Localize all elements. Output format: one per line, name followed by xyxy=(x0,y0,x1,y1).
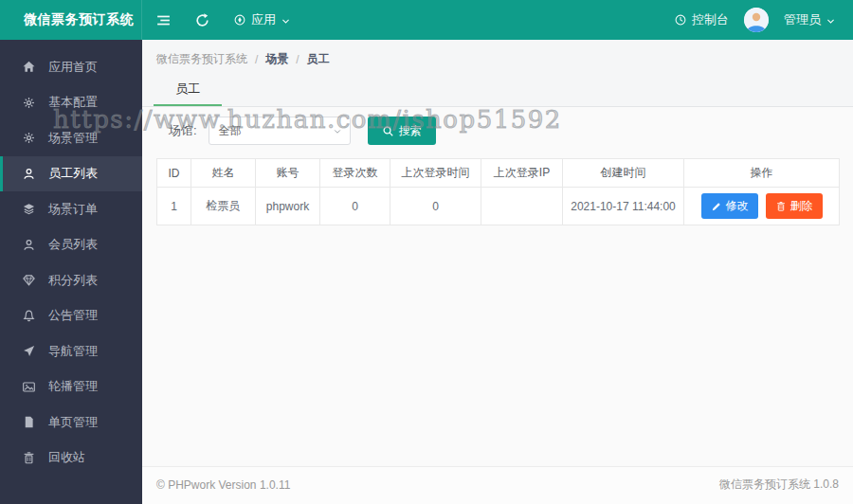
sidebar-item-label: 单页管理 xyxy=(48,414,98,431)
sidebar-item-label: 基本配置 xyxy=(48,94,98,111)
tab-staff[interactable]: 员工 xyxy=(154,81,222,106)
sidebar-item-10[interactable]: 轮播管理 xyxy=(0,369,142,405)
user-icon xyxy=(22,167,36,181)
cell-actions: 修改删除 xyxy=(684,188,840,225)
send-icon xyxy=(22,344,36,358)
search-button[interactable]: 搜索 xyxy=(368,117,436,145)
cell-name: 检票员 xyxy=(191,188,256,225)
gem-icon xyxy=(22,273,36,287)
console-icon xyxy=(674,13,687,27)
sidebar-item-label: 导航管理 xyxy=(48,343,98,360)
footer-copyright: © PHPwork Version 1.0.11 xyxy=(156,478,290,492)
sidebar-item-label: 公告管理 xyxy=(48,307,98,324)
trash-icon xyxy=(775,201,787,212)
breadcrumb-item-staff: 员工 xyxy=(307,51,330,67)
sidebar-item-label: 员工列表 xyxy=(48,165,98,182)
cell-id: 1 xyxy=(157,188,191,225)
column-header: 账号 xyxy=(256,159,320,188)
sidebar-item-3[interactable]: 场景管理 xyxy=(0,120,142,156)
column-header: ID xyxy=(157,159,191,188)
image-icon xyxy=(22,380,36,394)
sidebar-item-1[interactable]: 应用首页 xyxy=(0,49,142,85)
sidebar-item-11[interactable]: 单页管理 xyxy=(0,405,142,441)
user-name: 管理员 xyxy=(784,11,821,28)
column-header: 创建时间 xyxy=(563,159,684,188)
footer-version: 微信票务预订系统 1.0.8 xyxy=(719,477,839,493)
sidebar-item-label: 回收站 xyxy=(48,449,85,466)
cell-last_login_time: 0 xyxy=(390,188,481,225)
topbar-right: 控制台 管理员 xyxy=(674,0,853,40)
sidebar-item-label: 积分列表 xyxy=(48,272,98,289)
table-header-row: ID姓名账号登录次数上次登录时间上次登录IP创建时间操作 xyxy=(157,159,840,188)
gear-icon xyxy=(22,131,36,145)
staff-table: ID姓名账号登录次数上次登录时间上次登录IP创建时间操作 1检票员phpwork… xyxy=(156,158,840,225)
venue-select[interactable]: 全部 xyxy=(209,117,351,145)
home-icon xyxy=(22,60,36,74)
search-icon xyxy=(382,125,394,137)
file-icon xyxy=(22,415,36,429)
gear-icon xyxy=(22,96,36,110)
topbar-left: 应用 xyxy=(142,0,291,40)
sidebar-item-12[interactable]: 回收站 xyxy=(0,441,142,477)
sidebar-item-7[interactable]: 积分列表 xyxy=(0,262,142,298)
layers-icon xyxy=(22,202,36,216)
venue-filter-label: 场馆: xyxy=(169,122,197,139)
column-header: 上次登录IP xyxy=(481,159,563,188)
chevron-down-icon xyxy=(826,16,836,27)
breadcrumb-separator: / xyxy=(296,53,299,66)
breadcrumb-separator: / xyxy=(255,53,258,66)
console-label: 控制台 xyxy=(692,11,729,28)
sidebar-item-label: 轮播管理 xyxy=(48,378,98,395)
filter-row: 场馆: 全部 搜索 xyxy=(169,117,839,145)
delete-button-label: 删除 xyxy=(790,198,813,214)
app-title: 微信票务预订系统 xyxy=(0,0,142,40)
breadcrumb-item-system[interactable]: 微信票务预订系统 xyxy=(156,51,247,67)
table-row: 1检票员phpwork002021-10-17 11:44:00修改删除 xyxy=(157,188,840,225)
sidebar-menu: 应用首页基本配置场景管理员工列表场景订单会员列表积分列表公告管理导航管理轮播管理… xyxy=(0,49,142,476)
cell-account: phpwork xyxy=(256,188,320,225)
app-menu-label: 应用 xyxy=(251,11,276,28)
sidebar-item-label: 会员列表 xyxy=(48,236,98,253)
breadcrumb-tab-strip: 微信票务预订系统 / 场景 / 员工 员工 xyxy=(142,40,853,107)
select-caret-icon xyxy=(333,127,342,136)
sidebar-item-4[interactable]: 员工列表 xyxy=(0,156,142,192)
breadcrumb-item-scene[interactable]: 场景 xyxy=(265,51,288,67)
sidebar-item-5[interactable]: 场景订单 xyxy=(0,191,142,227)
sidebar-item-9[interactable]: 导航管理 xyxy=(0,333,142,369)
sidebar-item-label: 应用首页 xyxy=(48,59,98,76)
collapse-sidebar-icon[interactable] xyxy=(155,12,172,28)
column-header: 姓名 xyxy=(191,159,256,188)
user-icon xyxy=(22,238,36,252)
topbar: 微信票务预订系统 应用 控制台 管理员 xyxy=(0,0,853,40)
sidebar-item-label: 场景管理 xyxy=(48,130,98,147)
refresh-icon[interactable] xyxy=(194,12,210,28)
sidebar-item-label: 场景订单 xyxy=(48,201,98,218)
sidebar-item-6[interactable]: 会员列表 xyxy=(0,227,142,263)
content: 微信票务预订系统 / 场景 / 员工 员工 场馆: 全部 搜索 xyxy=(142,40,853,504)
trash-icon xyxy=(22,451,36,465)
tabs: 员工 xyxy=(142,80,853,106)
sidebar: 应用首页基本配置场景管理员工列表场景订单会员列表积分列表公告管理导航管理轮播管理… xyxy=(0,40,142,504)
cell-last_login_ip xyxy=(481,188,563,225)
sidebar-item-8[interactable]: 公告管理 xyxy=(0,298,142,334)
app-window: 微信票务预订系统 应用 控制台 管理员 xyxy=(0,0,853,504)
edit-button[interactable]: 修改 xyxy=(701,193,758,219)
column-header: 登录次数 xyxy=(320,159,390,188)
bell-icon xyxy=(22,309,36,323)
column-header: 操作 xyxy=(684,159,840,188)
table-body: 1检票员phpwork002021-10-17 11:44:00修改删除 xyxy=(157,188,840,225)
app-menu-dropdown[interactable]: 应用 xyxy=(233,11,291,28)
delete-button[interactable]: 删除 xyxy=(766,193,823,219)
cell-created_at: 2021-10-17 11:44:00 xyxy=(563,188,684,225)
user-menu-dropdown[interactable]: 管理员 xyxy=(784,11,836,28)
pencil-icon xyxy=(711,201,722,212)
edit-button-label: 修改 xyxy=(726,198,749,214)
search-button-label: 搜索 xyxy=(399,123,422,139)
chevron-down-icon xyxy=(281,16,291,27)
sidebar-item-2[interactable]: 基本配置 xyxy=(0,85,142,121)
app-icon xyxy=(233,13,246,27)
venue-select-value: 全部 xyxy=(219,123,242,139)
breadcrumb: 微信票务预订系统 / 场景 / 员工 xyxy=(142,51,853,67)
console-link[interactable]: 控制台 xyxy=(674,11,729,28)
avatar[interactable] xyxy=(744,8,769,32)
